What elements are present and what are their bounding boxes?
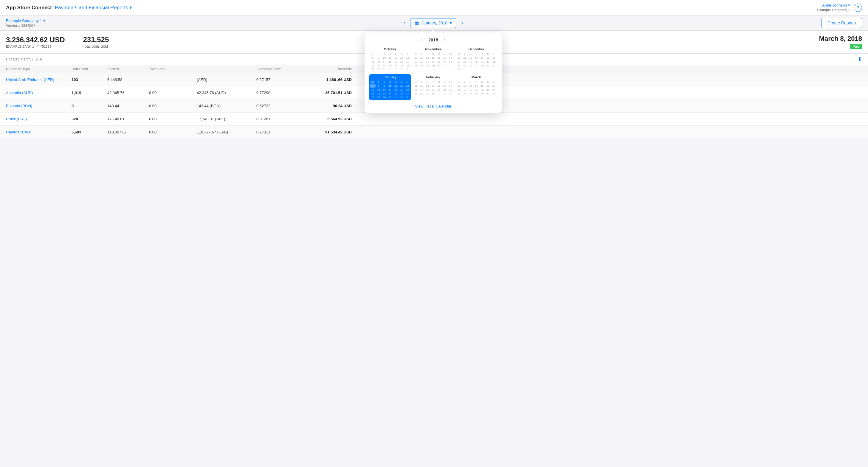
total-amount: 3,236,342.62 USD [6, 36, 65, 44]
vendor-id: Vendor # 1234567 [6, 24, 45, 28]
calendar-months-grid: October 1234567 891011121314 15161718192… [369, 46, 497, 100]
view-fiscal-calendar-link[interactable]: View Fiscal Calendar [415, 104, 451, 108]
proceeds-bgn: 96.24 USD [304, 104, 352, 108]
date-nav: ‹ ▦ January, 2018 ▾ › ‹ 2018 › October 1… [401, 18, 466, 28]
net-aud: 42,345.76 (AUD) [197, 91, 256, 95]
calendar-dropdown: ‹ 2018 › October 1234567 891011121314 15… [365, 32, 502, 113]
summary-left: 3,236,342.62 USD EXAMPLE BANK 1 - ****52… [6, 35, 109, 48]
paid-badge: Paid [850, 44, 862, 49]
proceeds-aud: 36,701.51 USD [304, 91, 352, 95]
exchange-bgn: 0.62722 [256, 104, 304, 108]
summary-divider [73, 36, 74, 48]
earned-cad: 118,397.67 [107, 130, 149, 134]
col-taxes: Taxes and [149, 67, 197, 71]
earned-brl: 17,748.01 [107, 117, 149, 121]
region-link-uae[interactable]: United Arab Emirates (AED) [6, 77, 71, 82]
company-info: Example Company 1 ▾ Vendor # 1234567 [6, 19, 45, 28]
region-link-aud[interactable]: Australia (AUD) [6, 91, 71, 95]
taxes-cad: 0.00 [149, 130, 197, 134]
col-units: Units Sold [71, 67, 107, 71]
company-selector[interactable]: Example Company 1 ▾ [6, 19, 45, 23]
earned-uae: 5,449.58 [107, 77, 149, 82]
summary-units-block: 231,525 Total Units Sold [83, 35, 109, 48]
col-region: Region or Type [6, 67, 71, 71]
taxes-aud: 0.00 [149, 91, 197, 95]
units-uae: 103 [71, 77, 107, 82]
calendar-icon: ▦ [414, 20, 419, 26]
calendar-year: 2018 [428, 37, 438, 42]
exchange-cad: 0.77311 [256, 130, 304, 134]
net-bgn: 143.44 (BGN) [197, 104, 256, 108]
create-reports-button[interactable]: Create Reports [821, 18, 862, 28]
net-cad: 118,397.67 (CAD) [197, 130, 256, 134]
exchange-uae: 0.27157 [256, 77, 304, 82]
calendar-month-january[interactable]: January 31123456 78910111213 14151617181… [369, 74, 411, 100]
user-name[interactable]: Anne Johnson ▾ [822, 3, 850, 7]
table-row: Brazil (BRL) 320 17,748.01 0.00 17,748.0… [0, 112, 868, 126]
top-nav: App Store Connect Payments and Financial… [0, 0, 868, 15]
exchange-aud: 0.77298 [256, 91, 304, 95]
earned-bgn: 143.44 [107, 104, 149, 108]
col-net [197, 67, 256, 71]
calendar-month-february[interactable]: February 45678910 11121314151617 1819202… [412, 74, 454, 100]
calendar-year-nav: ‹ 2018 › [369, 37, 497, 42]
help-button[interactable]: ? [854, 4, 862, 12]
region-link-bgn[interactable]: Bulgaria (BGN) [6, 104, 71, 108]
net-brl: 17,748.01 (BRL) [197, 117, 256, 121]
chevron-down-icon: ▾ [129, 4, 132, 11]
region-link-cad[interactable]: Canada (CAD) [6, 130, 71, 134]
net-uae: (AED) [197, 77, 256, 82]
top-nav-left: App Store Connect Payments and Financial… [6, 4, 132, 11]
taxes-brl: 0.00 [149, 117, 197, 121]
units-brl: 320 [71, 117, 107, 121]
col-exchange: Exchange Rate [256, 67, 304, 71]
calendar-month-march[interactable]: March 45678910 11121314151617 1819202122… [456, 74, 497, 100]
calendar-month-november[interactable]: November 567891011 12131415161718 192021… [412, 46, 454, 72]
prev-year-button[interactable]: ‹ [421, 37, 422, 42]
prev-month-button[interactable]: ‹ [401, 19, 408, 27]
app-title: App Store Connect [6, 5, 52, 11]
total-units: 231,525 [83, 35, 109, 44]
col-proceeds: Proceeds [304, 67, 352, 71]
summary-right: March 8, 2018 Paid [819, 35, 862, 49]
payment-date: March 8, 2018 [819, 35, 862, 42]
region-link-brl[interactable]: Brazil (BRL) [6, 117, 71, 121]
table-row: Canada (CAD) 5,683 118,397.67 0.00 118,3… [0, 126, 868, 139]
proceeds-uae: 1,486 .66 USD [304, 77, 352, 82]
download-icon[interactable]: ⬇ [858, 56, 862, 63]
user-company: Example Company 1 [817, 8, 850, 12]
units-cad: 5,683 [71, 130, 107, 134]
user-info: Anne Johnson ▾ Example Company 1 [817, 3, 850, 12]
summary-amount-block: 3,236,342.62 USD EXAMPLE BANK 1 - ****52… [6, 36, 65, 48]
top-nav-right-group: Anne Johnson ▾ Example Company 1 ? [817, 3, 862, 12]
next-year-button[interactable]: › [444, 37, 445, 42]
units-bgn: 9 [71, 104, 107, 108]
proceeds-cad: 91,534.42 USD [304, 130, 352, 134]
next-month-button[interactable]: › [459, 19, 465, 27]
view-fiscal-calendar: View Fiscal Calendar [369, 104, 497, 108]
units-label: Total Units Sold [83, 44, 109, 48]
sub-nav: Example Company 1 ▾ Vendor # 1234567 ‹ ▦… [0, 15, 868, 31]
exchange-brl: 0.31281 [256, 117, 304, 121]
current-month-label: January, 2018 [422, 21, 448, 25]
page-title-text: Payments and Financial Reports [55, 5, 128, 11]
chevron-down-icon: ▾ [43, 19, 45, 23]
earned-aud: 42,345.76 [107, 91, 149, 95]
taxes-bgn: 0.00 [149, 104, 197, 108]
date-picker-button[interactable]: ▦ January, 2018 ▾ [410, 18, 457, 28]
calendar-month-december[interactable]: December 3456789 10111213141516 17181920… [456, 46, 497, 72]
chevron-down-icon: ▾ [450, 21, 452, 25]
col-earned: Earned [107, 67, 149, 71]
updated-label: Updated March 7, 2018 [6, 57, 43, 61]
proceeds-brl: 5,564.93 USD [304, 117, 352, 121]
page-title[interactable]: Payments and Financial Reports ▾ [55, 4, 132, 11]
bank-info: EXAMPLE BANK 1 - ****52329 [6, 45, 65, 48]
units-aud: 1,919 [71, 91, 107, 95]
calendar-month-october[interactable]: October 1234567 891011121314 15161718192… [369, 46, 411, 72]
